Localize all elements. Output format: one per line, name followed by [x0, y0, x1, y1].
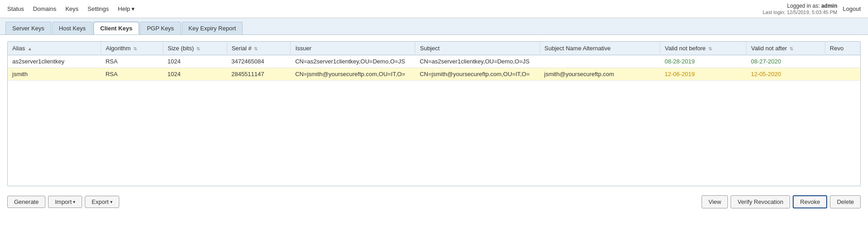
cell-valid-before: 12-06-2019: [660, 68, 746, 81]
cell-subject: CN=as2server1clientkey,OU=Demo,O=JS: [415, 55, 540, 68]
col-alias[interactable]: Alias ▲: [8, 42, 101, 55]
tab-key-expiry-report[interactable]: Key Expiry Report: [182, 22, 243, 34]
export-dropdown-arrow: ▾: [110, 199, 112, 204]
top-nav: Status Domains Keys Settings Help ▾ Logg…: [0, 0, 868, 18]
cell-alias: as2server1clientkey: [8, 55, 101, 68]
main-content: Alias ▲ Algorithm ⇅ Size (bits) ⇅ Serial…: [0, 35, 868, 217]
nav-help[interactable]: Help ▾: [118, 5, 135, 12]
nav-domains[interactable]: Domains: [33, 5, 56, 12]
col-subject-alt: Subject Name Alternative: [540, 42, 660, 55]
valid-before-sort-icon: ⇅: [708, 46, 712, 51]
cell-subject: CN=jsmith@yoursecureftp.com,OU=IT,O=: [415, 68, 540, 81]
cell-issuer: CN=as2server1clientkey,OU=Demo,O=JS: [291, 55, 415, 68]
cell-valid-after: 12-05-2020: [746, 68, 825, 81]
cell-revo: [825, 68, 860, 81]
import-button[interactable]: Import ▾: [48, 196, 82, 208]
nav-settings[interactable]: Settings: [88, 5, 109, 12]
cell-algorithm: RSA: [101, 68, 163, 81]
cell-issuer: CN=jsmith@yoursecureftp.com,OU=IT,O=: [291, 68, 415, 81]
export-button[interactable]: Export ▾: [85, 196, 119, 208]
valid-after-sort-icon: ⇅: [790, 46, 793, 51]
col-algorithm[interactable]: Algorithm ⇅: [101, 42, 163, 55]
cell-serial: 2845511147: [227, 68, 291, 81]
size-sort-icon: ⇅: [196, 46, 200, 51]
table-body: as2server1clientkey RSA 1024 3472465084 …: [8, 55, 860, 81]
cell-valid-after: 08-27-2020: [746, 55, 825, 68]
last-login-label: Last login: 12/5/2019, 5:03:45 PM: [763, 10, 838, 15]
revoke-button[interactable]: Revoke: [793, 195, 827, 208]
logged-in-label: Logged in as: admin: [787, 3, 837, 9]
cell-revo: [825, 55, 860, 68]
cell-size: 1024: [163, 55, 227, 68]
tab-client-keys[interactable]: Client Keys: [93, 22, 139, 34]
col-size[interactable]: Size (bits) ⇅: [163, 42, 227, 55]
tab-host-keys[interactable]: Host Keys: [52, 22, 93, 34]
cell-subject-alt: [540, 55, 660, 68]
nav-right-wrapper: Logged in as: admin Last login: 12/5/201…: [763, 3, 861, 15]
col-issuer: Issuer: [291, 42, 415, 55]
bottom-toolbar: Generate Import ▾ Export ▾ View Verify R…: [7, 193, 861, 211]
keys-table: Alias ▲ Algorithm ⇅ Size (bits) ⇅ Serial…: [8, 42, 860, 81]
logout-button[interactable]: Logout: [843, 5, 861, 12]
username: admin: [821, 3, 837, 9]
delete-button[interactable]: Delete: [830, 195, 861, 208]
tab-pgp-keys[interactable]: PGP Keys: [140, 22, 181, 34]
login-info-block: Logged in as: admin Last login: 12/5/201…: [763, 3, 838, 15]
nav-status[interactable]: Status: [7, 5, 24, 12]
nav-links: Status Domains Keys Settings Help ▾: [7, 5, 135, 12]
tabs-bar: Server Keys Host Keys Client Keys PGP Ke…: [0, 18, 868, 35]
algorithm-sort-icon: ⇅: [133, 46, 137, 51]
col-revo: Revo: [825, 42, 860, 55]
table-header-row: Alias ▲ Algorithm ⇅ Size (bits) ⇅ Serial…: [8, 42, 860, 55]
cell-algorithm: RSA: [101, 55, 163, 68]
tab-server-keys[interactable]: Server Keys: [5, 22, 51, 34]
view-button[interactable]: View: [702, 195, 728, 208]
col-valid-before[interactable]: Valid not before ⇅: [660, 42, 746, 55]
cell-size: 1024: [163, 68, 227, 81]
col-valid-after[interactable]: Valid not after ⇅: [746, 42, 825, 55]
verify-revocation-button[interactable]: Verify Revocation: [731, 195, 790, 208]
cell-serial: 3472465084: [227, 55, 291, 68]
import-dropdown-arrow: ▾: [73, 199, 75, 204]
cell-alias: jsmith: [8, 68, 101, 81]
table-row[interactable]: jsmith RSA 1024 2845511147 CN=jsmith@you…: [8, 68, 860, 81]
col-subject: Subject: [415, 42, 540, 55]
cell-subject-alt: jsmith@yoursecureftp.com: [540, 68, 660, 81]
nav-keys[interactable]: Keys: [65, 5, 78, 12]
right-actions: View Verify Revocation Revoke Delete: [702, 195, 861, 208]
col-serial[interactable]: Serial # ⇅: [227, 42, 291, 55]
table-row[interactable]: as2server1clientkey RSA 1024 3472465084 …: [8, 55, 860, 68]
serial-sort-icon: ⇅: [254, 46, 258, 51]
alias-sort-icon: ▲: [28, 46, 32, 51]
keys-table-container: Alias ▲ Algorithm ⇅ Size (bits) ⇅ Serial…: [7, 41, 861, 186]
generate-button[interactable]: Generate: [7, 196, 45, 208]
cell-valid-before: 08-28-2019: [660, 55, 746, 68]
